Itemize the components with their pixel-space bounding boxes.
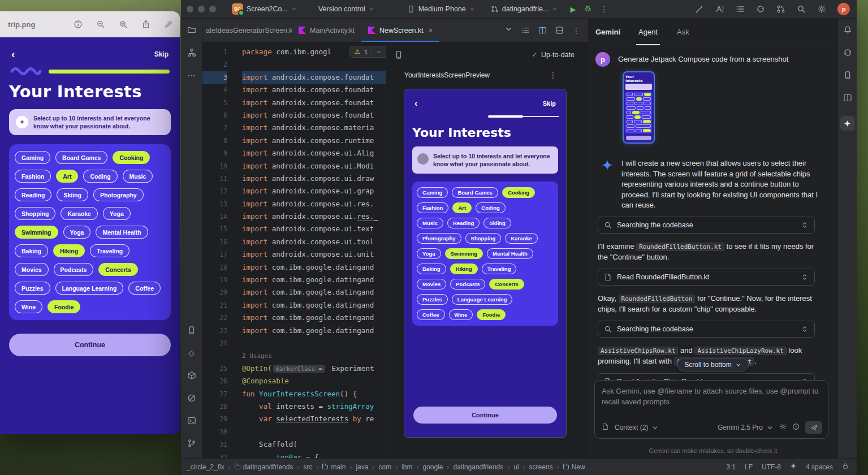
debug-button[interactable] bbox=[584, 4, 592, 15]
code-view-icon[interactable] bbox=[521, 26, 530, 34]
breadcrumb-item[interactable]: com bbox=[378, 463, 391, 471]
preview-options-icon[interactable]: ⋮ bbox=[549, 71, 557, 80]
preview-layout-icon[interactable] bbox=[555, 26, 564, 34]
project-badge: SC bbox=[232, 3, 243, 15]
search-icon[interactable] bbox=[797, 5, 806, 14]
breadcrumb-item[interactable]: src bbox=[303, 463, 312, 471]
project-tool-icon[interactable] bbox=[187, 25, 196, 34]
zoom-in-icon[interactable] bbox=[119, 20, 128, 29]
inspection-widget[interactable]: ⚠ 1 bbox=[349, 46, 386, 58]
prev-problem-icon[interactable] bbox=[376, 49, 382, 55]
user-avatar[interactable]: p bbox=[837, 3, 850, 15]
run-button[interactable]: ▶ bbox=[570, 5, 576, 14]
chat-history[interactable]: p Generate Jetpack Compose code from a s… bbox=[589, 45, 837, 380]
split-view-icon[interactable] bbox=[538, 26, 547, 34]
build-refresh-icon[interactable] bbox=[394, 50, 403, 59]
line-ending[interactable]: LF bbox=[745, 463, 753, 471]
pull-request-icon[interactable] bbox=[776, 5, 785, 14]
breadcrumb-item[interactable]: google bbox=[422, 463, 443, 471]
ai-rename-icon[interactable] bbox=[715, 5, 724, 14]
expand-step-icon[interactable] bbox=[801, 325, 809, 333]
run-config-selector[interactable]: datingandfrie... bbox=[491, 5, 558, 13]
file-encoding[interactable]: UTF-8 bbox=[762, 463, 781, 471]
zoom-window-button[interactable] bbox=[209, 6, 216, 12]
device-manager-icon[interactable] bbox=[843, 71, 852, 80]
caret-position[interactable]: 3:1 bbox=[726, 463, 736, 471]
warning-count: 1 bbox=[364, 49, 368, 55]
breadcrumb-item[interactable]: New bbox=[563, 463, 585, 471]
breadcrumb-item[interactable]: java bbox=[356, 463, 368, 471]
breadcrumb-item[interactable]: _circle_2_fix bbox=[187, 463, 224, 471]
context-selector[interactable]: Context (2) bbox=[615, 424, 659, 431]
settings-icon[interactable] bbox=[817, 5, 826, 14]
vcs-widget[interactable]: Version control bbox=[318, 5, 374, 13]
interest-chip: Karaoke bbox=[61, 207, 97, 220]
minimize-window-button[interactable] bbox=[198, 6, 205, 12]
screen-title: Your Interests bbox=[9, 82, 171, 101]
model-selector[interactable]: Gemini 2.5 Pro bbox=[718, 424, 774, 431]
close-tab-icon[interactable]: × bbox=[429, 26, 433, 34]
close-window-button[interactable] bbox=[187, 6, 193, 12]
resource-manager-icon[interactable] bbox=[187, 48, 196, 57]
gradle-sync-icon[interactable] bbox=[843, 48, 852, 57]
expand-step-icon[interactable] bbox=[801, 221, 809, 229]
chevron-down-icon bbox=[651, 424, 659, 431]
expand-step-icon[interactable] bbox=[801, 273, 809, 281]
attached-screenshot-thumbnail[interactable]: Your Interests bbox=[623, 71, 655, 144]
tab-newscreen[interactable]: NewScreen.kt × bbox=[361, 19, 439, 42]
share-icon[interactable] bbox=[141, 20, 150, 29]
breadcrumb-item[interactable]: screens bbox=[529, 463, 553, 471]
code-editor[interactable]: 1234567891011121314151617181920212223242… bbox=[202, 42, 386, 458]
ai-status-icon[interactable] bbox=[790, 463, 797, 471]
breadcrumb-item[interactable]: datingandfriends bbox=[235, 463, 293, 471]
sync-icon[interactable] bbox=[756, 5, 765, 14]
breadcrumb-item[interactable]: main bbox=[322, 463, 346, 471]
task-list-icon[interactable] bbox=[736, 5, 745, 14]
problems-icon[interactable] bbox=[187, 394, 196, 403]
app-insights-icon[interactable]: ◇ bbox=[188, 348, 195, 357]
context-attach-icon[interactable] bbox=[602, 423, 609, 432]
editor-options-icon[interactable]: ⋮ bbox=[572, 26, 580, 35]
more-actions-icon[interactable]: ⋮ bbox=[600, 5, 608, 14]
quicklook-filename: trip.png bbox=[8, 20, 35, 29]
more-tools-icon[interactable]: ⋯ bbox=[188, 71, 196, 80]
interest-chip: Yoga bbox=[103, 207, 131, 220]
tab-ask[interactable]: Ask bbox=[675, 19, 692, 45]
tab-agent[interactable]: Agent bbox=[636, 19, 660, 45]
zoom-out-icon[interactable] bbox=[96, 20, 105, 29]
step-read-assistivechipsrow[interactable]: Read AssistiveChipsRow.kt bbox=[598, 373, 815, 381]
scroll-to-bottom-button[interactable]: Scroll to bottom bbox=[677, 358, 749, 372]
hidden-tabs-icon[interactable] bbox=[504, 25, 513, 36]
build-icon[interactable] bbox=[187, 371, 196, 380]
terminal-icon[interactable] bbox=[187, 416, 196, 425]
design-mockup-image: ‹ Skip Your Interests ✦ Select up to 10 … bbox=[0, 37, 180, 434]
step-read-roundedfilledbutton[interactable]: Read RoundedFilledButton.kt bbox=[598, 269, 815, 286]
step-searching-codebase-1[interactable]: Searching the codebase bbox=[598, 217, 815, 234]
version-control-icon[interactable] bbox=[187, 439, 196, 448]
indent-setting[interactable]: 4 spaces bbox=[806, 463, 833, 471]
info-icon[interactable] bbox=[74, 20, 83, 29]
breadcrumb-item[interactable]: datingandfriends bbox=[454, 463, 504, 471]
interest-chip: Puzzles bbox=[417, 294, 448, 305]
send-button[interactable] bbox=[805, 421, 822, 434]
tab-dateideasgeneratorscreen[interactable]: ateIdeasGeneratorScreen.kt bbox=[202, 19, 292, 42]
tab-mainactivity[interactable]: MainActivity.kt bbox=[292, 19, 361, 42]
device-selector[interactable]: Medium Phone bbox=[407, 5, 475, 13]
layout-inspector-icon[interactable] bbox=[843, 93, 852, 102]
gemini-input-box[interactable]: Context (2) Gemini 2.5 Pro bbox=[594, 380, 828, 439]
device-streaming-icon[interactable] bbox=[695, 5, 704, 14]
project-selector[interactable]: SC Screen2Co... bbox=[232, 3, 297, 15]
code-lines[interactable]: package com.ibm.googlimport androidx.com… bbox=[235, 42, 386, 458]
gemini-prompt-input[interactable] bbox=[602, 386, 821, 416]
notifications-icon[interactable] bbox=[843, 25, 852, 34]
readonly-lock-icon[interactable] bbox=[842, 463, 849, 471]
breadcrumb-item[interactable]: ibm bbox=[401, 463, 412, 471]
gemini-tool-icon[interactable] bbox=[840, 116, 855, 131]
markup-icon[interactable] bbox=[164, 20, 173, 29]
step-searching-codebase-2[interactable]: Searching the codebase bbox=[598, 321, 815, 338]
gemini-settings-icon[interactable] bbox=[779, 423, 787, 432]
quicklook-window: trip.png ‹ Skip Your Interests ✦ Select bbox=[0, 11, 180, 434]
breadcrumb-item[interactable]: ui bbox=[513, 463, 519, 471]
history-icon[interactable] bbox=[792, 423, 800, 432]
running-devices-icon[interactable] bbox=[187, 326, 196, 335]
